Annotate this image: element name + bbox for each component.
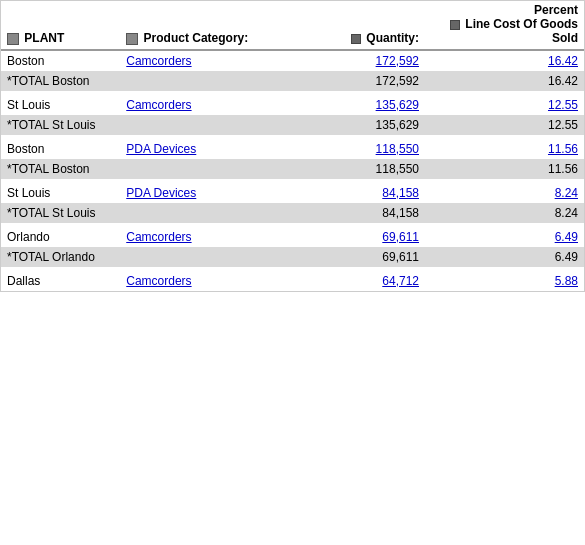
category-link[interactable]: PDA Devices xyxy=(126,186,196,200)
plant-cell: Boston xyxy=(1,50,120,71)
total-label: *TOTAL Boston xyxy=(1,159,293,179)
total-row: *TOTAL St Louis 135,629 12.55 xyxy=(1,115,584,135)
category-cell[interactable]: Camcorders xyxy=(120,271,292,291)
category-link[interactable]: PDA Devices xyxy=(126,142,196,156)
plant-sort-icon[interactable] xyxy=(7,33,19,45)
table-row: Orlando Camcorders 69,611 6.49 xyxy=(1,227,584,247)
category-cell[interactable]: PDA Devices xyxy=(120,183,292,203)
quantity-cell[interactable]: 135,629 xyxy=(293,95,426,115)
plant-header-spacer xyxy=(1,1,120,17)
category-link[interactable]: Camcorders xyxy=(126,274,191,288)
category-column-header[interactable]: Product Category: xyxy=(120,17,292,50)
quantity-header-label: Quantity: xyxy=(366,31,419,45)
total-linecost: 6.49 xyxy=(425,247,584,267)
linecost-sort-icon[interactable] xyxy=(450,20,460,30)
linecost-cell[interactable]: 6.49 xyxy=(425,227,584,247)
plant-column-header[interactable]: PLANT xyxy=(1,17,120,50)
linecost-cell[interactable]: 8.24 xyxy=(425,183,584,203)
quantity-header-spacer xyxy=(293,1,426,17)
category-header-label: Product Category: xyxy=(144,31,249,45)
category-link[interactable]: Camcorders xyxy=(126,230,191,244)
quantity-cell[interactable]: 69,611 xyxy=(293,227,426,247)
linecost-header-label: Line Cost Of Goods Sold xyxy=(465,17,578,45)
report-table-container: Percent PLANT Product Category: Quantity… xyxy=(0,0,585,292)
total-linecost: 8.24 xyxy=(425,203,584,223)
linecost-column-header[interactable]: Line Cost Of Goods Sold xyxy=(425,17,584,50)
quantity-cell[interactable]: 172,592 xyxy=(293,50,426,71)
linecost-cell[interactable]: 11.56 xyxy=(425,139,584,159)
total-quantity: 172,592 xyxy=(293,71,426,91)
total-row: *TOTAL Boston 118,550 11.56 xyxy=(1,159,584,179)
category-link[interactable]: Camcorders xyxy=(126,98,191,112)
linecost-cell[interactable]: 12.55 xyxy=(425,95,584,115)
table-row: Boston PDA Devices 118,550 11.56 xyxy=(1,139,584,159)
percent-label: Percent xyxy=(425,1,584,17)
plant-cell: Orlando xyxy=(1,227,120,247)
linecost-cell[interactable]: 16.42 xyxy=(425,50,584,71)
quantity-cell[interactable]: 118,550 xyxy=(293,139,426,159)
plant-cell: St Louis xyxy=(1,183,120,203)
total-row: *TOTAL St Louis 84,158 8.24 xyxy=(1,203,584,223)
quantity-sort-icon[interactable] xyxy=(351,34,361,44)
total-linecost: 12.55 xyxy=(425,115,584,135)
total-label: *TOTAL Boston xyxy=(1,71,293,91)
plant-header-label: PLANT xyxy=(24,31,64,45)
quantity-cell[interactable]: 84,158 xyxy=(293,183,426,203)
category-cell[interactable]: PDA Devices xyxy=(120,139,292,159)
total-quantity: 135,629 xyxy=(293,115,426,135)
total-label: *TOTAL St Louis xyxy=(1,115,293,135)
linecost-cell[interactable]: 5.88 xyxy=(425,271,584,291)
total-linecost: 16.42 xyxy=(425,71,584,91)
total-quantity: 69,611 xyxy=(293,247,426,267)
total-row: *TOTAL Boston 172,592 16.42 xyxy=(1,71,584,91)
total-linecost: 11.56 xyxy=(425,159,584,179)
category-header-spacer xyxy=(120,1,292,17)
total-quantity: 84,158 xyxy=(293,203,426,223)
table-row: Boston Camcorders 172,592 16.42 xyxy=(1,50,584,71)
category-sort-icon[interactable] xyxy=(126,33,138,45)
report-table: Percent PLANT Product Category: Quantity… xyxy=(1,1,584,291)
quantity-column-header[interactable]: Quantity: xyxy=(293,17,426,50)
table-body: Boston Camcorders 172,592 16.42 *TOTAL B… xyxy=(1,50,584,291)
total-label: *TOTAL St Louis xyxy=(1,203,293,223)
category-cell[interactable]: Camcorders xyxy=(120,227,292,247)
plant-cell: Dallas xyxy=(1,271,120,291)
quantity-cell[interactable]: 64,712 xyxy=(293,271,426,291)
column-header-row: PLANT Product Category: Quantity: Line C… xyxy=(1,17,584,50)
total-label: *TOTAL Orlando xyxy=(1,247,293,267)
category-link[interactable]: Camcorders xyxy=(126,54,191,68)
total-quantity: 118,550 xyxy=(293,159,426,179)
category-cell[interactable]: Camcorders xyxy=(120,95,292,115)
plant-cell: St Louis xyxy=(1,95,120,115)
total-row: *TOTAL Orlando 69,611 6.49 xyxy=(1,247,584,267)
table-row: St Louis Camcorders 135,629 12.55 xyxy=(1,95,584,115)
category-cell[interactable]: Camcorders xyxy=(120,50,292,71)
table-row: Dallas Camcorders 64,712 5.88 xyxy=(1,271,584,291)
percent-header-row: Percent xyxy=(1,1,584,17)
table-row: St Louis PDA Devices 84,158 8.24 xyxy=(1,183,584,203)
plant-cell: Boston xyxy=(1,139,120,159)
